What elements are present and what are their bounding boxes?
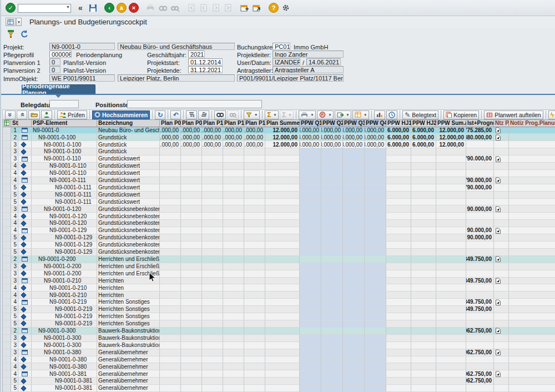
cell-st[interactable]: 5: [11, 313, 18, 320]
cell-name[interactable]: Herrichten: [97, 292, 160, 299]
cell-p11[interactable]: [223, 284, 244, 292]
cell-icon[interactable]: [18, 385, 32, 392]
cell-psp[interactable]: N9-0001-0-129: [32, 227, 97, 234]
cell-name[interactable]: Bauwerk-Baukonstruktion: [97, 342, 160, 349]
cell-hj2[interactable]: [411, 234, 436, 242]
cell-p11[interactable]: [223, 363, 244, 370]
cell-psp[interactable]: N9-0001-0-111: [32, 199, 97, 206]
cell-p11[interactable]: [223, 328, 244, 335]
cell-summe[interactable]: [265, 270, 300, 278]
cell-st[interactable]: 5: [11, 306, 18, 313]
cell-q3[interactable]: [343, 263, 365, 270]
cell-notiz[interactable]: [509, 227, 555, 234]
cell-p12[interactable]: [244, 205, 265, 213]
cell-notiz[interactable]: [509, 249, 555, 256]
cell-q1[interactable]: [300, 242, 321, 249]
cell-sel[interactable]: [3, 163, 11, 170]
table-row[interactable]: 3N9-0001-0-100Grundstück1.000,001.000,00…: [3, 141, 555, 148]
cell-p12[interactable]: [244, 163, 265, 170]
cell-q4[interactable]: [365, 249, 386, 256]
cell-hj1[interactable]: [386, 313, 411, 320]
cell-p10[interactable]: [202, 313, 223, 320]
cell-q2[interactable]: [321, 220, 343, 227]
cell-st[interactable]: 5: [11, 184, 18, 192]
cell-ist[interactable]: 1.962.750,00: [466, 378, 494, 385]
cell-p12[interactable]: [244, 220, 265, 227]
cell-st[interactable]: 5: [11, 249, 18, 256]
cell-q3[interactable]: [343, 213, 365, 220]
cell-notiz[interactable]: [509, 299, 555, 306]
cell-notiz[interactable]: [509, 148, 555, 155]
cell-q1[interactable]: [300, 205, 321, 213]
cell-p08[interactable]: [160, 192, 181, 199]
cell-p09[interactable]: [181, 263, 202, 270]
cell-ist[interactable]: [466, 284, 494, 292]
cell-ist[interactable]: 790.000,00: [466, 184, 494, 192]
cell-name[interactable]: Grundstücksnebenkosten: [97, 205, 160, 213]
note-display-icon[interactable]: [495, 328, 501, 334]
cell-sumaj[interactable]: [436, 263, 466, 270]
refresh-button[interactable]: ↻: [155, 110, 165, 119]
cell-notiz[interactable]: [509, 306, 555, 313]
cell-ist[interactable]: [466, 385, 494, 392]
cell-p12[interactable]: [244, 155, 265, 163]
cell-q4[interactable]: [365, 205, 386, 213]
cell-p08[interactable]: [160, 163, 181, 170]
table-row[interactable]: 4N9-0001-0-210Herrichten: [3, 284, 555, 292]
cell-q1[interactable]: 3.000,00: [300, 127, 321, 134]
cell-name[interactable]: Generalübernehmer: [97, 385, 160, 392]
cell-q2[interactable]: [321, 349, 343, 356]
cell-icon[interactable]: [18, 270, 32, 278]
cell-p09[interactable]: [181, 213, 202, 220]
cell-q3[interactable]: [343, 270, 365, 278]
cell-st[interactable]: 4: [11, 299, 18, 306]
column-header-p09[interactable]: Plan P09: [181, 119, 202, 127]
cell-q3[interactable]: [343, 313, 365, 320]
cell-notiz[interactable]: [509, 141, 555, 148]
column-header-hj2[interactable]: PPW HJ2: [411, 119, 436, 127]
cell-st[interactable]: 3: [11, 349, 18, 356]
cell-ist[interactable]: [466, 220, 494, 227]
cell-hj2[interactable]: [411, 270, 436, 278]
cell-q3[interactable]: [343, 249, 365, 256]
cell-p12[interactable]: [244, 170, 265, 177]
cell-p09[interactable]: 1.000,00: [181, 141, 202, 148]
column-header-q3[interactable]: PPW Q3: [343, 119, 365, 127]
table-row[interactable]: 3N9-0001-0-300Bauwerk-Baukonstruktion: [3, 342, 555, 349]
table-row[interactable]: 4N9-0001-0-381Generalübernehmer1.962.750…: [3, 370, 555, 378]
cell-p08[interactable]: [160, 299, 181, 306]
cell-ist[interactable]: [466, 313, 494, 320]
cell-hj1[interactable]: [386, 378, 411, 385]
cell-summe[interactable]: [265, 356, 300, 364]
cell-icon[interactable]: [18, 256, 32, 263]
table-row[interactable]: 3N9-0001-0-200Herrichten und Erschließen: [3, 263, 555, 270]
cell-icon[interactable]: [18, 227, 32, 234]
cell-hj1[interactable]: [386, 199, 411, 206]
cell-name[interactable]: Grundstücksnebenkosten S..: [97, 227, 160, 234]
cell-p09[interactable]: [181, 256, 202, 263]
cell-p11[interactable]: 1.000,00: [223, 127, 244, 134]
cell-st[interactable]: 4: [11, 356, 18, 364]
cell-st[interactable]: 4: [11, 170, 18, 177]
cell-psp[interactable]: N9-0001-0-219: [32, 313, 97, 320]
cell-psp[interactable]: N9-0001-0-210: [32, 278, 97, 285]
cell-q3[interactable]: [343, 378, 365, 385]
cell-p09[interactable]: [181, 284, 202, 292]
cell-sumaj[interactable]: [436, 234, 466, 242]
cell-sel[interactable]: [3, 220, 11, 227]
cell-summe[interactable]: [265, 320, 300, 328]
cell-q3[interactable]: [343, 220, 365, 227]
cell-p12[interactable]: [244, 306, 265, 313]
cell-hj1[interactable]: [386, 256, 411, 263]
cell-notiz[interactable]: [509, 155, 555, 163]
cell-p12[interactable]: [244, 234, 265, 242]
cell-p08[interactable]: 1.000,00: [160, 134, 181, 141]
cell-ntz[interactable]: [494, 148, 509, 155]
cell-p12[interactable]: [244, 363, 265, 370]
cell-ntz[interactable]: [494, 155, 509, 163]
cell-q3[interactable]: [343, 163, 365, 170]
cell-q4[interactable]: [365, 335, 386, 342]
cell-icon[interactable]: [18, 299, 32, 306]
cell-q3[interactable]: [343, 192, 365, 199]
cell-p12[interactable]: [244, 292, 265, 299]
